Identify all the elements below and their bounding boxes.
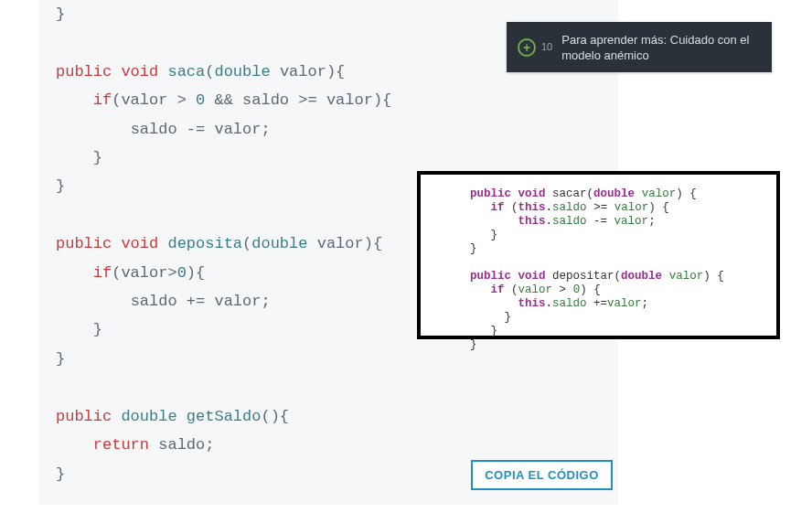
snippet-code-block: public void sacar(double valor) { if (th… bbox=[470, 187, 767, 352]
learn-more-count: 10 bbox=[541, 39, 552, 55]
learn-more-text: Para aprender más: Cuidado con el modelo… bbox=[561, 32, 761, 63]
plus-circle-icon: + bbox=[518, 38, 536, 57]
copy-code-button[interactable]: COPIA EL CÓDIGO bbox=[471, 460, 613, 490]
code-snippet-box: public void sacar(double valor) { if (th… bbox=[417, 171, 780, 339]
learn-more-card[interactable]: + 10 Para aprender más: Cuidado con el m… bbox=[507, 22, 772, 72]
copy-code-label: COPIA EL CÓDIGO bbox=[485, 468, 599, 482]
